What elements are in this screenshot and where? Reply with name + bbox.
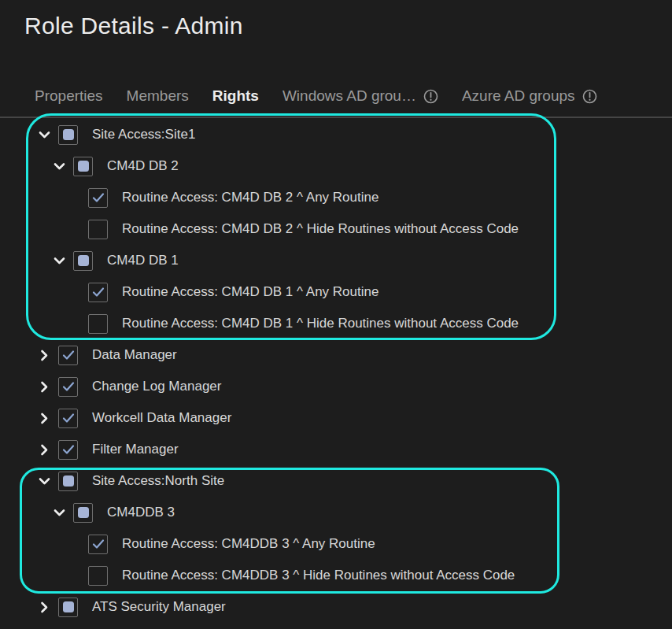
chevron-down-icon[interactable] <box>53 157 72 176</box>
tree-item-label: Routine Access: CM4DDB 3 ^ Any Routine <box>122 536 375 552</box>
checkbox-checked[interactable] <box>58 377 78 397</box>
checkbox-unchecked[interactable] <box>88 220 108 239</box>
checkbox-checked[interactable] <box>88 283 108 302</box>
chevron-spacer <box>68 283 87 302</box>
tree-item-label: Routine Access: CM4D DB 1 ^ Any Routine <box>122 284 378 300</box>
tree-row[interactable]: CM4DDB 3 <box>0 497 672 528</box>
tree-item-label: Routine Access: CM4D DB 2 ^ Any Routine <box>122 190 378 205</box>
chevron-down-icon[interactable] <box>38 472 57 490</box>
warning-icon <box>423 89 438 104</box>
tree-row[interactable]: Site Access:North Site <box>0 465 672 497</box>
tree-row[interactable]: Routine Access: CM4DDB 3 ^ Hide Routines… <box>0 560 672 591</box>
rights-tree: Site Access:Site1CM4D DB 2Routine Access… <box>0 119 672 623</box>
chevron-down-icon[interactable] <box>38 125 57 144</box>
chevron-right-icon[interactable] <box>38 440 57 459</box>
checkbox-indeterminate[interactable] <box>73 157 93 176</box>
tree-row[interactable]: Routine Access: CM4D DB 1 ^ Any Routine <box>0 276 672 308</box>
checkbox-indeterminate[interactable] <box>73 251 93 271</box>
checkbox-indeterminate[interactable] <box>58 598 78 617</box>
tab-windows-ad-grou[interactable]: Windows AD grou… <box>282 87 438 105</box>
tab-properties[interactable]: Properties <box>35 87 103 105</box>
tab-azure-ad-groups[interactable]: Azure AD groups <box>462 87 597 105</box>
tab-label: Windows AD grou… <box>282 87 416 105</box>
chevron-right-icon[interactable] <box>38 346 57 364</box>
checkbox-checked[interactable] <box>58 409 78 428</box>
tree-row[interactable]: Data Manager <box>0 339 672 371</box>
chevron-right-icon[interactable] <box>38 377 57 396</box>
tree-item-label: Routine Access: CM4DDB 3 ^ Hide Routines… <box>122 568 515 583</box>
tree-item-label: Filter Manager <box>92 442 179 457</box>
tab-members[interactable]: Members <box>127 87 189 105</box>
page-title: Role Details - Admin <box>24 13 243 39</box>
tree-item-label: Site Access:Site1 <box>92 127 195 142</box>
tree-row[interactable]: CM4D DB 1 <box>0 245 672 276</box>
tree-item-label: ATS Security Manager <box>92 599 226 615</box>
tree-row[interactable]: Site Access:Site1 <box>0 119 672 150</box>
chevron-spacer <box>68 535 87 553</box>
checkbox-unchecked[interactable] <box>88 566 108 586</box>
checkbox-checked[interactable] <box>58 346 78 365</box>
tree-item-label: Workcell Data Manager <box>92 410 231 426</box>
tree-row[interactable]: Routine Access: CM4D DB 2 ^ Any Routine <box>0 182 672 213</box>
chevron-right-icon[interactable] <box>38 598 57 616</box>
tab-label: Rights <box>212 87 259 105</box>
tree-row[interactable]: Workcell Data Manager <box>0 402 672 434</box>
tab-bar-divider <box>0 117 672 118</box>
tree-row[interactable]: Routine Access: CM4DDB 3 ^ Any Routine <box>0 528 672 560</box>
chevron-spacer <box>68 314 87 333</box>
checkbox-indeterminate[interactable] <box>73 503 93 523</box>
checkbox-checked[interactable] <box>88 535 108 554</box>
chevron-right-icon[interactable] <box>38 409 57 427</box>
tree-row[interactable]: CM4D DB 2 <box>0 150 672 182</box>
tree-item-label: CM4D DB 1 <box>107 253 179 268</box>
tree-item-label: CM4D DB 2 <box>107 158 179 174</box>
chevron-down-icon[interactable] <box>53 251 72 270</box>
checkbox-checked[interactable] <box>88 188 108 208</box>
tab-label: Properties <box>35 87 103 105</box>
tree-item-label: Site Access:North Site <box>92 473 224 489</box>
chevron-down-icon[interactable] <box>53 503 72 522</box>
chevron-spacer <box>68 188 87 207</box>
tree-row[interactable]: ATS Security Manager <box>0 591 672 623</box>
tab-bar: PropertiesMembersRightsWindows AD grou…A… <box>35 81 597 111</box>
checkbox-unchecked[interactable] <box>88 314 108 334</box>
tab-rights[interactable]: Rights <box>212 87 259 105</box>
tree-item-label: CM4DDB 3 <box>107 505 175 520</box>
checkbox-indeterminate[interactable] <box>58 125 78 145</box>
checkbox-checked[interactable] <box>58 440 78 460</box>
tree-item-label: Change Log Manager <box>92 379 221 394</box>
tree-item-label: Routine Access: CM4D DB 1 ^ Hide Routine… <box>122 316 519 331</box>
tree-row[interactable]: Filter Manager <box>0 434 672 465</box>
tab-label: Members <box>127 87 189 105</box>
chevron-spacer <box>68 220 87 239</box>
warning-icon <box>582 89 597 104</box>
tree-item-label: Data Manager <box>92 347 177 363</box>
tree-row[interactable]: Routine Access: CM4D DB 1 ^ Hide Routine… <box>0 308 672 339</box>
tab-label: Azure AD groups <box>462 87 575 105</box>
tree-item-label: Routine Access: CM4D DB 2 ^ Hide Routine… <box>122 221 519 237</box>
chevron-spacer <box>68 566 87 585</box>
tree-row[interactable]: Change Log Manager <box>0 371 672 402</box>
tree-row[interactable]: Routine Access: CM4D DB 2 ^ Hide Routine… <box>0 213 672 245</box>
checkbox-indeterminate[interactable] <box>58 472 78 491</box>
